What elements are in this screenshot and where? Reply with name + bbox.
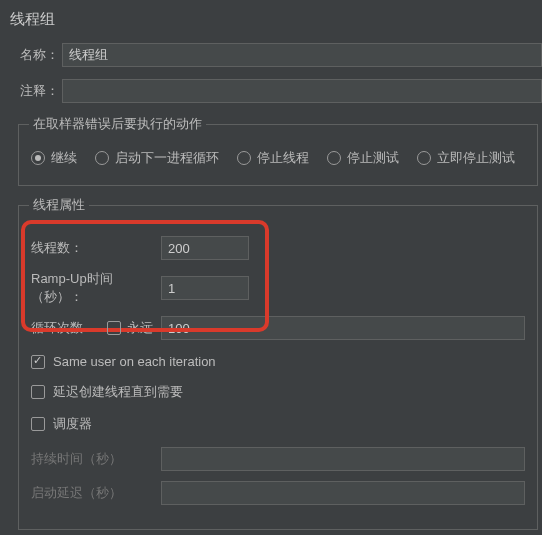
delay-input (161, 481, 525, 505)
loop-input[interactable] (161, 316, 525, 340)
same-user-label: Same user on each iteration (53, 354, 216, 369)
radio-stop-thread[interactable]: 停止线程 (237, 149, 309, 167)
error-action-legend: 在取样器错误后要执行的动作 (29, 115, 206, 133)
name-input[interactable] (62, 43, 542, 67)
panel-title: 线程组 (8, 6, 542, 39)
threads-label: 线程数： (31, 239, 161, 257)
rampup-input[interactable] (161, 276, 249, 300)
error-action-group: 在取样器错误后要执行的动作 继续 启动下一进程循环 停止线程 停止测试 立即停止… (18, 115, 538, 186)
radio-stop-thread-label: 停止线程 (257, 149, 309, 167)
radio-icon (417, 151, 431, 165)
threads-input[interactable] (161, 236, 249, 260)
radio-continue[interactable]: 继续 (31, 149, 77, 167)
radio-icon (237, 151, 251, 165)
radio-stop-now[interactable]: 立即停止测试 (417, 149, 515, 167)
delay-label: 启动延迟（秒） (31, 484, 161, 502)
forever-checkbox[interactable]: 永远 (107, 319, 153, 337)
scheduler-checkbox[interactable]: 调度器 (31, 415, 525, 433)
rampup-label: Ramp-Up时间（秒）： (31, 270, 161, 306)
checkbox-icon (107, 321, 121, 335)
comment-input[interactable] (62, 79, 542, 103)
checkbox-icon (31, 355, 45, 369)
comment-label: 注释： (20, 82, 62, 100)
radio-next-loop-label: 启动下一进程循环 (115, 149, 219, 167)
checkbox-icon (31, 417, 45, 431)
loop-label: 循环次数 (31, 319, 107, 337)
duration-input (161, 447, 525, 471)
forever-label: 永远 (127, 319, 153, 337)
radio-next-loop[interactable]: 启动下一进程循环 (95, 149, 219, 167)
thread-props-legend: 线程属性 (29, 196, 89, 214)
scheduler-label: 调度器 (53, 415, 92, 433)
same-user-checkbox[interactable]: Same user on each iteration (31, 354, 525, 369)
radio-icon (95, 151, 109, 165)
checkbox-icon (31, 385, 45, 399)
radio-icon (327, 151, 341, 165)
radio-icon (31, 151, 45, 165)
delay-create-label: 延迟创建线程直到需要 (53, 383, 183, 401)
thread-props-group: 线程属性 线程数： Ramp-Up时间（秒）： 循环次数 永远 Same use… (18, 196, 538, 530)
radio-stop-test[interactable]: 停止测试 (327, 149, 399, 167)
radio-stop-test-label: 停止测试 (347, 149, 399, 167)
name-label: 名称： (20, 46, 62, 64)
duration-label: 持续时间（秒） (31, 450, 161, 468)
delay-create-checkbox[interactable]: 延迟创建线程直到需要 (31, 383, 525, 401)
radio-stop-now-label: 立即停止测试 (437, 149, 515, 167)
radio-continue-label: 继续 (51, 149, 77, 167)
